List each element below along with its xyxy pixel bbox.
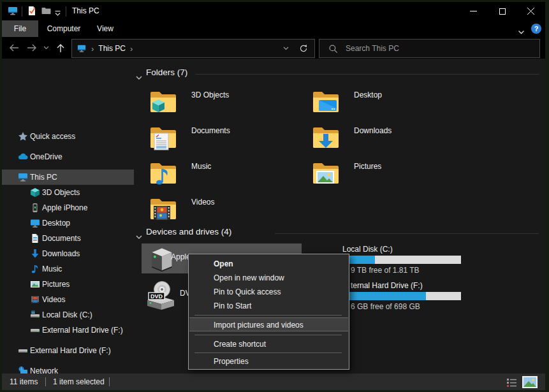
ribbon-tab-bar: File Computer View ? [2, 20, 545, 37]
breadcrumb-pc-icon [77, 44, 87, 53]
explorer-window: This PC File Computer View ? [2, 2, 545, 390]
hard-drive-icon [30, 325, 40, 337]
desktop: { "titlebar": { "title": "This PC" }, "t… [0, 0, 549, 392]
sidebar-item-apple-iphone[interactable]: Apple iPhone [2, 200, 134, 215]
forward-button[interactable] [26, 41, 38, 55]
sidebar-item-downloads[interactable]: Downloads [2, 246, 134, 261]
section-divider [196, 74, 539, 75]
section-divider [275, 233, 539, 234]
sidebar-item-desktop[interactable]: Desktop [2, 215, 134, 231]
sidebar-item-onedrive[interactable]: OneDrive [2, 149, 134, 164]
disk-usage-bar [342, 292, 461, 300]
sidebar-item-3d-objects[interactable]: 3D Objects [2, 185, 134, 200]
qat-customize-chevron-icon[interactable] [54, 8, 61, 19]
new-folder-qat-icon[interactable] [41, 6, 52, 18]
navigation-bar: › This PC › [2, 37, 545, 59]
close-button[interactable] [516, 2, 545, 20]
menu-separator [194, 335, 342, 335]
sidebar-item-documents[interactable]: Documents [2, 231, 134, 246]
recent-locations-chevron-icon[interactable] [41, 41, 50, 55]
status-separator [45, 377, 46, 386]
breadcrumb-separator: › [91, 44, 94, 54]
this-pc-icon [7, 6, 18, 18]
expand-ribbon-chevron-icon[interactable] [518, 26, 525, 38]
menu-item-open-new-window[interactable]: Open in new window [189, 271, 348, 285]
download-arrow-icon [30, 249, 40, 261]
refresh-button[interactable] [293, 39, 315, 58]
details-view-button[interactable] [507, 378, 516, 389]
sidebar-item-quick-access[interactable]: Quick access [2, 129, 134, 144]
svg-text:DVD: DVD [150, 293, 163, 300]
menu-item-import-pictures[interactable]: Import pictures and videos [189, 317, 348, 331]
folder-tile-documents[interactable]: Documents [148, 122, 307, 152]
search-box[interactable] [319, 39, 540, 58]
context-menu: Open Open in new window Pin to Quick acc… [188, 254, 349, 370]
breadcrumb-separator: › [130, 44, 133, 54]
folder-icon [148, 157, 179, 188]
disk-usage-fill [342, 292, 426, 300]
tab-computer[interactable]: Computer [44, 20, 84, 37]
folder-tile-music[interactable]: Music [148, 157, 307, 188]
hard-drive-icon [18, 345, 28, 358]
menu-separator [194, 315, 342, 316]
tab-file[interactable]: File [2, 20, 38, 37]
folder-icon [148, 122, 179, 152]
maximize-button[interactable] [488, 2, 516, 20]
sidebar-item-local-disk-c[interactable]: Local Disk (C:) [2, 307, 134, 323]
search-icon [328, 44, 338, 54]
devices-collapse-chevron-icon[interactable] [136, 231, 142, 242]
folders-section-header[interactable]: Folders (7) [146, 68, 187, 77]
menu-item-pin-start[interactable]: Pin to Start [189, 299, 348, 313]
folder-icon [148, 193, 179, 224]
star-icon [18, 131, 28, 143]
menu-item-create-shortcut[interactable]: Create shortcut [189, 337, 348, 351]
sidebar-item-external-hd[interactable]: External Hard Drive (F:) [2, 323, 134, 338]
menu-item-pin-quick-access[interactable]: Pin to Quick access [189, 285, 348, 299]
disk-usage-bar [342, 256, 461, 264]
sidebar-item-music[interactable]: Music [2, 261, 134, 277]
minimize-button[interactable] [459, 2, 488, 20]
qat-separator [22, 6, 22, 17]
folders-collapse-chevron-icon[interactable] [136, 71, 142, 83]
onedrive-cloud-icon [18, 152, 28, 164]
document-icon [30, 233, 40, 245]
status-bar: 11 items 1 item selected [2, 374, 545, 390]
qat-separator [66, 6, 66, 17]
folder-tile-videos[interactable]: Videos [148, 193, 307, 224]
folder-tile-3d-objects[interactable]: 3D Objects [148, 86, 307, 117]
folder-icon [311, 86, 341, 117]
monitor-icon [30, 218, 40, 230]
selected-count: 1 item selected [53, 377, 105, 386]
menu-item-properties[interactable]: Properties [189, 354, 348, 368]
menu-separator [194, 352, 342, 353]
folder-tile-pictures[interactable]: Pictures [311, 157, 470, 188]
menu-item-open[interactable]: Open [189, 257, 348, 271]
title-bar: This PC [2, 2, 545, 20]
folder-tile-desktop[interactable]: Desktop [311, 86, 470, 117]
sidebar-item-videos[interactable]: Videos [2, 292, 134, 307]
computer-icon [18, 172, 28, 184]
item-count: 11 items [10, 377, 38, 386]
music-note-icon [30, 264, 40, 276]
properties-qat-icon[interactable] [27, 6, 37, 18]
tab-view[interactable]: View [90, 20, 121, 37]
hard-drive-icon [30, 310, 40, 322]
status-separator [109, 377, 110, 386]
large-icons-view-button[interactable] [522, 376, 538, 391]
devices-section-header[interactable]: Devices and drives (4) [146, 227, 231, 236]
help-icon[interactable]: ? [531, 24, 541, 34]
sidebar-item-external-hd-root[interactable]: External Hard Drive (F:) [2, 343, 134, 358]
address-bar[interactable]: › This PC › [71, 39, 295, 58]
back-button[interactable] [8, 41, 20, 55]
sidebar-item-this-pc[interactable]: This PC [2, 170, 134, 185]
search-input[interactable] [344, 43, 539, 54]
folder-tile-downloads[interactable]: Downloads [311, 122, 470, 152]
phone-icon [30, 203, 40, 215]
address-dropdown-chevron-icon[interactable] [283, 47, 289, 50]
folder-icon [311, 157, 341, 188]
sidebar-item-pictures[interactable]: Pictures [2, 277, 134, 292]
picture-icon [30, 279, 40, 291]
up-button[interactable] [54, 41, 67, 55]
breadcrumb-this-pc[interactable]: This PC [98, 44, 126, 53]
3d-cube-icon [30, 187, 40, 200]
